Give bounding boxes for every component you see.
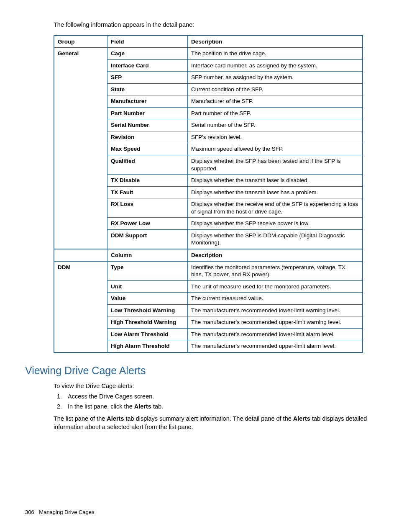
field-cell: RX Loss: [107, 198, 188, 218]
desc-cell: The manufacturer's recommended upper-lim…: [188, 340, 363, 352]
field-cell: Low Alarm Threshold: [107, 328, 188, 340]
section-heading: Viewing Drive Cage Alerts: [25, 364, 374, 378]
col-header-field: Column: [107, 249, 188, 261]
desc-cell: SFP's revision level.: [188, 131, 363, 143]
desc-cell: Interface card number, as assigned by th…: [188, 59, 363, 72]
table-subheader-row: Column Description: [54, 249, 363, 261]
desc-cell: The manufacturer's recommended lower-lim…: [188, 304, 363, 316]
field-cell: High Threshold Warning: [107, 316, 188, 329]
table-row: General Cage The position in the drive c…: [54, 48, 363, 60]
desc-cell: Identifies the monitored parameters (tem…: [188, 261, 363, 280]
list-item: In the list pane, click the Alerts tab.: [64, 403, 374, 411]
step-text: In the list pane, click the: [68, 403, 134, 410]
col-header-desc: Description: [188, 36, 363, 48]
col-header-desc: Description: [188, 249, 363, 261]
desc-cell: The unit of measure used for the monitor…: [188, 280, 363, 293]
table-header-row: Group Field Description: [54, 36, 363, 48]
desc-cell: Serial number of the SFP.: [188, 119, 363, 131]
desc-cell: Maximum speed allowed by the SFP.: [188, 143, 363, 155]
desc-cell: The current measured value.: [188, 293, 363, 305]
desc-cell: Current condition of the SFP.: [188, 83, 363, 95]
col-header-group: Group: [54, 36, 107, 48]
field-cell: Type: [107, 261, 188, 280]
col-header-field: Field: [107, 36, 188, 48]
field-cell: SFP: [107, 72, 188, 84]
para-text: The list pane of the: [54, 415, 107, 422]
table-row: DDM Type Identifies the monitored parame…: [54, 261, 363, 280]
desc-cell: Displays whether the transmit laser has …: [188, 186, 363, 198]
field-cell: Interface Card: [107, 59, 188, 72]
step-text: tab.: [151, 403, 163, 410]
field-cell: Low Threshold Warning: [107, 304, 188, 316]
field-cell: Revision: [107, 131, 188, 143]
field-cell: TX Disable: [107, 175, 188, 187]
intro-text: The following information appears in the…: [54, 21, 374, 29]
desc-cell: Displays whether the transmit laser is d…: [188, 175, 363, 187]
steps-list: Access the Drive Cages screen. In the li…: [64, 393, 374, 411]
desc-cell: The manufacturer's recommended upper-lim…: [188, 316, 363, 329]
desc-cell: Manufacturer of the SFP.: [188, 95, 363, 108]
para-text: tab displays summary alert information. …: [124, 415, 293, 422]
bold-text: Alerts: [107, 415, 124, 422]
field-cell: Manufacturer: [107, 95, 188, 108]
field-cell: Part Number: [107, 107, 188, 119]
desc-cell: Part number of the SFP.: [188, 107, 363, 119]
field-cell: Max Speed: [107, 143, 188, 155]
field-cell: Cage: [107, 48, 188, 60]
desc-cell: Displays whether the SFP receive power i…: [188, 218, 363, 230]
field-cell: Qualified: [107, 155, 188, 175]
desc-cell: Displays whether the receive end of the …: [188, 198, 363, 218]
field-cell: TX Fault: [107, 186, 188, 198]
field-cell: High Alarm Threshold: [107, 340, 188, 352]
list-item: Access the Drive Cages screen.: [64, 393, 374, 401]
paragraph: The list pane of the Alerts tab displays…: [54, 415, 374, 431]
desc-cell: Displays whether the SFP has been tested…: [188, 155, 363, 175]
field-cell: Value: [107, 293, 188, 305]
group-cell: DDM: [54, 261, 107, 352]
bold-text: Alerts: [134, 403, 151, 410]
paragraph: To view the Drive Cage alerts:: [54, 382, 374, 391]
bold-text: Alerts: [293, 415, 310, 422]
field-cell: Serial Number: [107, 119, 188, 131]
field-cell: DDM Support: [107, 229, 188, 249]
desc-cell: SFP number, as assigned by the system.: [188, 72, 363, 84]
col-header-group: [54, 249, 107, 261]
desc-cell: Displays whether the SFP is DDM-capable …: [188, 229, 363, 249]
desc-cell: The position in the drive cage.: [188, 48, 363, 60]
field-cell: RX Power Low: [107, 218, 188, 230]
desc-cell: The manufacturer's recommended lower-lim…: [188, 328, 363, 340]
field-cell: Unit: [107, 280, 188, 293]
detail-pane-table: Group Field Description General Cage The…: [54, 35, 363, 353]
group-cell: General: [54, 48, 107, 249]
field-cell: State: [107, 83, 188, 95]
